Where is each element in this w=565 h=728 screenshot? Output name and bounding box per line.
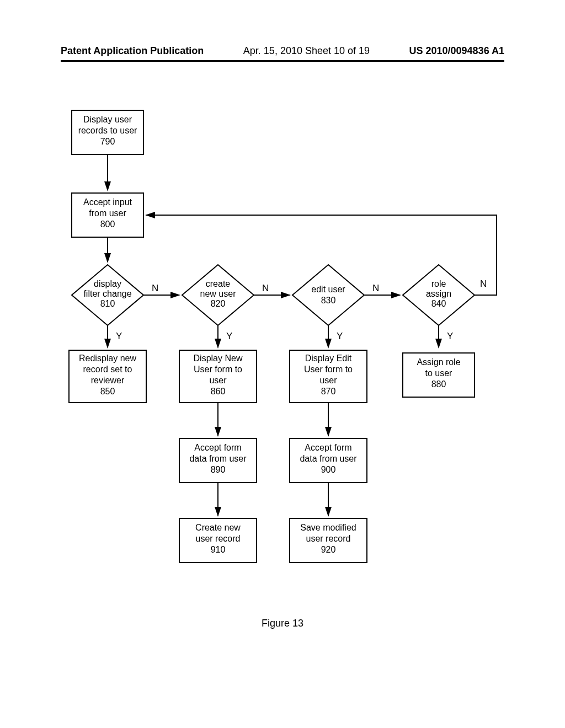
- label-n-820: N: [262, 283, 269, 293]
- decision-840-l3: 840: [431, 299, 446, 308]
- node-880-l1: Assign role: [417, 357, 460, 367]
- label-n-810: N: [152, 283, 158, 293]
- node-860-l1: Display New: [194, 354, 243, 363]
- node-850-l2: record set to: [83, 365, 132, 374]
- node-800-l1: Accept input: [83, 197, 132, 207]
- node-890-l2: data from user: [189, 454, 247, 463]
- node-900-l1: Accept form: [305, 443, 351, 452]
- label-n-840: N: [480, 279, 487, 289]
- node-850-l1: Redisplay new: [79, 354, 137, 363]
- decision-830: [292, 265, 364, 325]
- node-800-l2: from user: [89, 208, 126, 218]
- node-920-l3: 920: [321, 545, 336, 554]
- decision-810-l1: display: [94, 279, 121, 288]
- label-y-810: Y: [116, 331, 122, 341]
- decision-820-l2: new user: [200, 289, 237, 298]
- label-n-830: N: [372, 283, 379, 293]
- decision-820-l3: 820: [211, 299, 226, 308]
- decision-830-l2: 830: [321, 296, 336, 305]
- node-870-l2: User form to: [304, 365, 353, 374]
- node-790-l1: Display user: [83, 115, 132, 124]
- node-910-l1: Create new: [195, 523, 241, 532]
- header-mid: Apr. 15, 2010 Sheet 10 of 19: [243, 45, 370, 57]
- node-880-l3: 880: [431, 379, 446, 389]
- header-left: Patent Application Publication: [61, 45, 204, 57]
- node-880-l2: to user: [425, 368, 453, 378]
- node-890-l1: Accept form: [194, 443, 241, 452]
- node-920-l2: user record: [306, 534, 351, 543]
- decision-830-l1: edit user: [311, 285, 345, 294]
- label-y-840: Y: [447, 331, 453, 341]
- decision-840-l2: assign: [426, 289, 451, 298]
- node-790-l2: records to user: [78, 126, 137, 135]
- flowchart: Display user records to user 790 Accept …: [0, 77, 565, 629]
- decision-810-l3: 810: [100, 299, 115, 308]
- node-870-l3: user: [319, 376, 337, 385]
- node-910-l3: 910: [211, 545, 226, 554]
- node-900-l2: data from user: [300, 454, 357, 463]
- header-right: US 2010/0094836 A1: [409, 45, 504, 57]
- node-860-l4: 860: [211, 387, 226, 396]
- node-920-l1: Save modified: [300, 523, 356, 532]
- node-860-l3: user: [209, 376, 227, 385]
- decision-840-l1: role: [431, 279, 446, 288]
- node-910-l2: user record: [196, 534, 241, 543]
- figure-caption: Figure 13: [0, 618, 565, 629]
- node-900-l3: 900: [321, 465, 336, 474]
- node-850-l3: reviewer: [91, 376, 125, 385]
- node-790-l3: 790: [100, 137, 115, 146]
- node-800-l3: 800: [100, 220, 115, 229]
- node-860-l2: User form to: [194, 365, 242, 374]
- node-870-l1: Display Edit: [305, 354, 352, 363]
- decision-820-l1: create: [206, 279, 231, 288]
- node-850-l4: 850: [100, 387, 115, 396]
- decision-810-l2: filter change: [83, 289, 131, 298]
- label-y-820: Y: [226, 331, 232, 341]
- node-870-l4: 870: [321, 387, 336, 396]
- node-890-l3: 890: [211, 465, 226, 474]
- label-y-830: Y: [337, 331, 343, 341]
